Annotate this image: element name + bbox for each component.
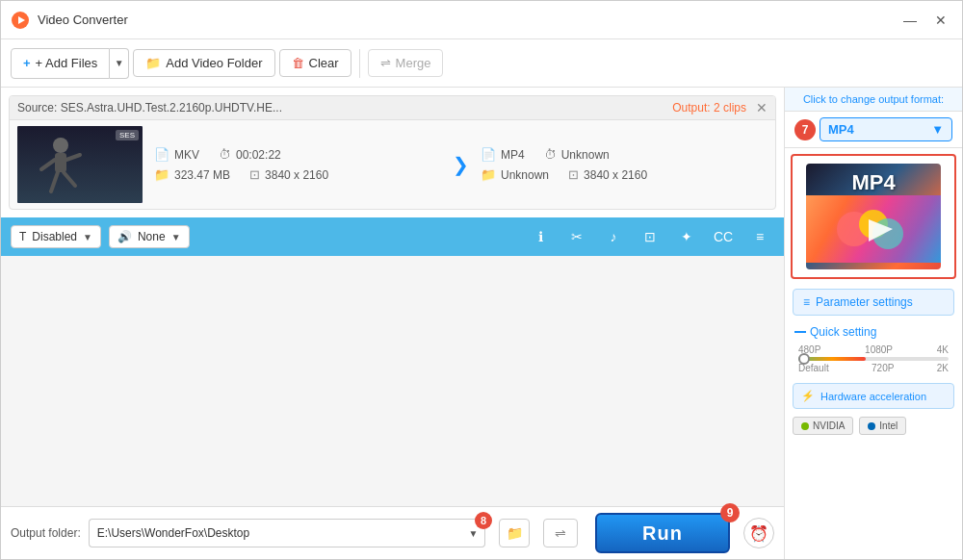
clear-button[interactable]: 🗑 Clear	[279, 49, 351, 77]
thumbnail: SES	[17, 126, 143, 203]
param-icon: ≡	[803, 295, 810, 309]
mp4-illustration	[835, 205, 912, 253]
merge-icon: ⇌	[380, 56, 391, 70]
mp4-label: MP4	[851, 170, 895, 195]
label-2k: 2K	[937, 363, 949, 373]
close-button[interactable]: ✕	[929, 9, 952, 32]
effect-button[interactable]: ✦	[672, 223, 701, 250]
format-selected-label: MP4	[828, 122, 854, 137]
size-icon: 📁	[154, 167, 169, 182]
output-codec-item: ⏱ Unknown	[544, 147, 610, 162]
svg-line-6	[51, 172, 58, 191]
svg-rect-3	[55, 153, 66, 172]
file-item-body: SES 📄 MKV ⏱ 00:02:22	[10, 120, 775, 209]
main-window: Video Converter — ✕ + + Add Files ▼ 📁 Ad…	[0, 0, 963, 560]
add-files-label: + Add Files	[36, 56, 98, 70]
hw-accel-button[interactable]: ⚡ Hardware acceleration	[793, 383, 954, 409]
run-button[interactable]: Run	[595, 513, 730, 553]
convert-arrow: ❯	[453, 153, 469, 176]
label-4k: 4K	[937, 344, 949, 355]
folder-icon: 📁	[145, 56, 161, 70]
content-area: Source: SES.Astra.UHD.Test.2.2160p.UHDTV…	[1, 88, 784, 559]
source-info: Source: SES.Astra.UHD.Test.2.2160p.UHDTV…	[17, 101, 672, 115]
crop-button[interactable]: ⊡	[636, 223, 664, 250]
bottom-bar: Output folder: ▼ 8 📁 ⇌ Run 9 ⏰	[1, 506, 784, 559]
add-folder-button[interactable]: 📁 Add Video Folder	[133, 49, 274, 77]
format-select-box[interactable]: MP4 ▼	[820, 117, 952, 141]
right-panel: Click to change output format: 7 MP4 ▼ M…	[784, 88, 962, 559]
quick-setting-label: Quick setting	[810, 325, 876, 339]
badge-7-wrapper: 7	[794, 119, 816, 140]
output-codec: Unknown	[561, 148, 610, 162]
intel-badge[interactable]: Intel	[859, 417, 906, 435]
slider-track[interactable]	[798, 357, 949, 361]
minimize-button[interactable]: —	[898, 9, 922, 32]
add-files-dropdown[interactable]: ▼	[110, 48, 129, 79]
subtitle-dropdown-arrow: ▼	[83, 232, 92, 242]
nvidia-dot	[801, 422, 809, 430]
merge-button[interactable]: ⇌ Merge	[368, 49, 444, 77]
audio-edit-button[interactable]: ♪	[599, 223, 628, 250]
merge-to-output-button[interactable]: ⇌	[543, 519, 578, 547]
output-format-item: 📄 MP4	[481, 147, 525, 162]
subtitle-label: Disabled	[32, 230, 77, 243]
hw-icon: ⚡	[801, 390, 815, 402]
output-path-group: ▼ 8	[89, 519, 485, 547]
label-1080p: 1080P	[865, 344, 893, 355]
quick-setting-section: Quick setting 480P 1080P 4K Default 720P	[785, 319, 962, 379]
format-select-row: 7 MP4 ▼	[785, 112, 962, 148]
subtitle-select[interactable]: T Disabled ▼	[11, 225, 101, 248]
badge-8: 8	[475, 512, 492, 529]
res-icon: ⊡	[249, 167, 260, 182]
mp4-preview-wrapper[interactable]: MP4	[791, 154, 956, 279]
thumbnail-inner: SES	[17, 126, 143, 203]
audio-select[interactable]: 🔊 None ▼	[109, 225, 190, 248]
svg-line-4	[41, 160, 55, 169]
output-meta-row-1: 📄 MP4 ⏱ Unknown	[481, 147, 768, 162]
subtitle-edit-button[interactable]: CC	[709, 223, 738, 250]
clock-icon: ⏱	[219, 147, 231, 162]
file-close-button[interactable]: ✕	[756, 100, 768, 115]
input-size: 323.47 MB	[174, 168, 230, 182]
output-clock-icon: ⏱	[544, 147, 557, 162]
output-resolution: 3840 x 2160	[584, 168, 647, 182]
add-files-button[interactable]: + + Add Files	[11, 48, 110, 79]
quality-slider-wrapper: 480P 1080P 4K Default 720P 2K	[798, 344, 949, 373]
badge-7: 7	[794, 119, 816, 140]
input-size-item: 📁 323.47 MB	[154, 167, 230, 182]
param-settings-button[interactable]: ≡ Parameter settings	[793, 289, 954, 316]
output-folder-label: Output folder:	[11, 526, 81, 540]
format-dropdown-arrow: ▼	[931, 122, 944, 137]
ses-badge: SES	[116, 130, 139, 140]
clear-label: Clear	[309, 56, 339, 70]
alarm-button[interactable]: ⏰	[743, 518, 774, 548]
cut-button[interactable]: ✂	[562, 223, 591, 250]
input-meta-row-2: 📁 323.47 MB ⊡ 3840 x 2160	[154, 167, 441, 182]
output-info: Output: 2 clips	[672, 101, 746, 115]
hw-accel-label: Hardware acceleration	[820, 391, 926, 402]
run-button-wrapper: Run 9	[595, 513, 730, 553]
intel-label: Intel	[879, 420, 898, 431]
browse-folder-button[interactable]: 📁	[499, 519, 530, 547]
output-path-input[interactable]	[89, 519, 462, 547]
file-icon: 📄	[154, 147, 169, 162]
output-meta: 📄 MP4 ⏱ Unknown 📁 Unknown	[481, 147, 768, 182]
path-dropdown-button[interactable]: ▼ 8	[462, 519, 485, 547]
output-res-label-item: 📁 Unknown	[481, 167, 549, 182]
audio-dropdown-arrow: ▼	[171, 232, 181, 242]
add-folder-label: Add Video Folder	[166, 56, 262, 70]
nvidia-badge[interactable]: NVIDIA	[793, 417, 853, 435]
title-bar-controls: — ✕	[898, 9, 952, 32]
info-button[interactable]: ℹ	[526, 223, 555, 250]
plus-icon: +	[23, 56, 31, 70]
clear-icon: 🗑	[292, 56, 304, 70]
figure-svg	[32, 136, 90, 198]
slider-thumb[interactable]	[798, 353, 810, 365]
format-header[interactable]: Click to change output format:	[785, 88, 962, 112]
output-folder-icon: 📁	[481, 167, 496, 182]
nvidia-label: NVIDIA	[813, 420, 845, 431]
filter-bar: T Disabled ▼ 🔊 None ▼ ℹ ✂ ♪ ⊡ ✦ CC ≡	[1, 217, 784, 256]
gpu-row: NVIDIA Intel	[785, 413, 962, 439]
watermark-button[interactable]: ≡	[745, 223, 774, 250]
input-resolution-item: ⊡ 3840 x 2160	[249, 167, 328, 182]
